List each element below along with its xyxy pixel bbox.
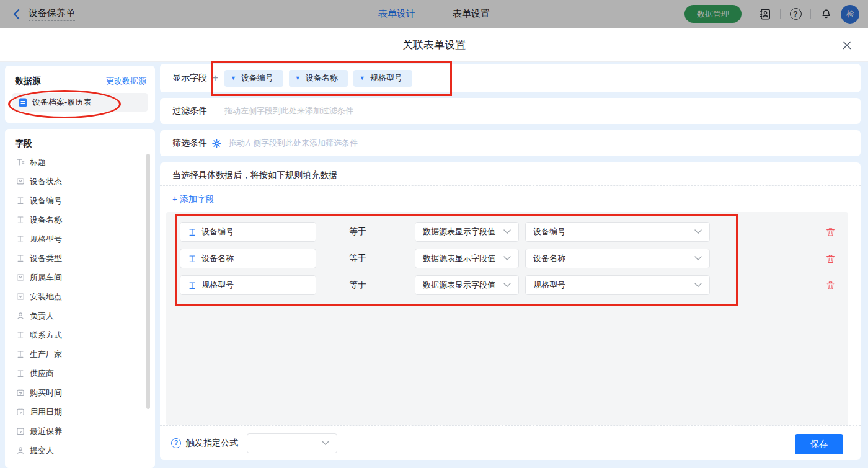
fields-header: 字段 (5, 129, 155, 149)
datasource-selected-label: 设备档案-履历表 (32, 97, 91, 108)
title-icon (16, 157, 25, 167)
chevron-down-icon (694, 256, 702, 261)
display-field-tag[interactable]: ▼规格型号 (353, 70, 412, 87)
filter-label: 过滤条件 (172, 105, 207, 117)
field-item-label: 设备类型 (30, 253, 62, 264)
data-manage-button[interactable]: 数据管理 (684, 5, 742, 23)
field-item[interactable]: 启用日期 (5, 402, 155, 422)
triangle-down-icon: ▼ (295, 76, 301, 81)
fields-scrollbar[interactable] (146, 154, 150, 409)
divider (780, 9, 781, 19)
rule-row: 设备名称等于数据源表显示字段值设备名称 (166, 249, 848, 268)
display-field-tag[interactable]: ▼设备编号 (224, 70, 283, 87)
trash-icon[interactable] (825, 280, 836, 291)
rule-source-select[interactable]: 数据源表显示字段值 (415, 249, 519, 268)
topbar-actions: 数据管理 ? 检 (684, 0, 859, 28)
text-icon (16, 330, 25, 340)
formula-select[interactable] (247, 433, 337, 453)
field-item[interactable]: 提交人 (5, 441, 155, 460)
field-item[interactable]: 负责人 (5, 306, 155, 325)
field-item[interactable]: 设备编号 (5, 191, 155, 210)
gear-icon[interactable] (212, 139, 221, 148)
divider (750, 9, 750, 19)
tab-form-design[interactable]: 表单设计 (378, 8, 415, 20)
field-item[interactable]: 供应商 (5, 364, 155, 383)
tab-form-settings[interactable]: 表单设置 (453, 8, 490, 20)
field-item[interactable]: 购买时间 (5, 383, 155, 402)
rule-source-select[interactable]: 数据源表显示字段值 (415, 275, 519, 295)
field-item[interactable]: 设备状态 (5, 172, 155, 191)
date-icon (16, 426, 25, 436)
field-item[interactable]: 标题 (5, 152, 155, 172)
rule-operator-label: 等于 (349, 253, 366, 264)
text-icon (188, 281, 197, 290)
screening-placeholder: 拖动左侧字段到此处来添加筛选条件 (229, 138, 358, 149)
field-item-label: 最近保养 (30, 426, 62, 437)
display-field-tag-label: 设备名称 (306, 73, 338, 84)
text-icon (16, 254, 25, 263)
avatar[interactable]: 检 (841, 5, 859, 24)
screening-card[interactable]: 筛选条件 拖动左侧字段到此处来添加筛选条件 (160, 130, 861, 156)
contacts-icon[interactable] (758, 7, 772, 21)
help-icon[interactable]: ? (789, 7, 802, 21)
field-item[interactable]: 设备名称 (5, 210, 155, 229)
rule-target-field[interactable]: 设备名称 (180, 249, 316, 268)
datasource-selected-row[interactable]: 设备档案-履历表 (12, 93, 148, 112)
bell-icon[interactable] (819, 7, 833, 21)
add-display-field-button[interactable]: + (212, 72, 218, 84)
rule-source-select[interactable]: 数据源表显示字段值 (415, 222, 519, 242)
rule-field-label: 设备名称 (202, 253, 234, 264)
chevron-down-icon (503, 229, 511, 234)
rule-target-field[interactable]: 设备编号 (180, 222, 316, 242)
field-item[interactable]: 联系方式 (5, 325, 155, 345)
field-item[interactable]: 设备类型 (5, 249, 155, 268)
screening-label: 筛选条件 (172, 138, 207, 149)
field-item[interactable]: 所属车间 (5, 268, 155, 287)
display-field-tag[interactable]: ▼设备名称 (289, 70, 348, 87)
text-icon (16, 215, 25, 224)
filter-card[interactable]: 过滤条件 拖动左侧字段到此处来添加过滤条件 (160, 98, 861, 124)
field-item[interactable]: 安装地点 (5, 287, 155, 306)
text-icon (16, 196, 25, 205)
trash-icon[interactable] (825, 253, 836, 264)
date-icon (16, 388, 25, 397)
plus-icon: + (172, 194, 180, 204)
datasource-title: 数据源 (15, 76, 41, 87)
add-field-button[interactable]: + 添加字段 (172, 194, 215, 205)
datasource-card: 数据源 更改数据源 设备档案-履历表 (5, 66, 155, 123)
close-icon[interactable] (841, 39, 853, 51)
formula-help-icon[interactable]: ? (171, 438, 181, 448)
rules-card: 当选择具体数据后，将按如下规则填充数据 + 添加字段 设备编号等于数据源表显示字… (160, 162, 861, 460)
rule-value-label: 设备编号 (533, 226, 565, 237)
field-item[interactable]: 生产厂家 (5, 345, 155, 364)
change-datasource-link[interactable]: 更改数据源 (106, 76, 146, 87)
field-item-label: 生产厂家 (30, 349, 62, 360)
rule-value-select[interactable]: 设备编号 (525, 222, 710, 242)
chevron-down-icon (694, 283, 702, 288)
rule-value-select[interactable]: 规格型号 (525, 275, 710, 295)
field-item[interactable]: 最近保养 (5, 422, 155, 441)
fields-card: 字段 标题设备状态设备编号设备名称规格型号设备类型所属车间安装地点负责人联系方式… (5, 129, 155, 468)
text-icon (16, 369, 25, 378)
rule-target-field[interactable]: 规格型号 (180, 275, 316, 295)
person-icon (16, 311, 25, 320)
divider (810, 9, 811, 19)
display-tags: ▼设备编号▼设备名称▼规格型号 (224, 70, 412, 87)
rule-value-select[interactable]: 设备名称 (525, 249, 710, 268)
modal-header: 关联表单设置 (0, 28, 868, 62)
field-item[interactable]: 规格型号 (5, 229, 155, 249)
rule-value-label: 设备名称 (533, 253, 565, 264)
text-icon (188, 254, 197, 263)
select-icon (16, 177, 25, 186)
field-item-label: 启用日期 (30, 407, 62, 418)
filter-placeholder: 拖动左侧字段到此处来添加过滤条件 (224, 105, 353, 117)
datasource-header: 数据源 更改数据源 (5, 66, 155, 87)
save-button[interactable]: 保存 (795, 434, 843, 454)
rule-source-value: 数据源表显示字段值 (423, 253, 495, 264)
topbar: 设备保养单 表单设计 表单设置 数据管理 ? (0, 0, 868, 28)
formula-label: 触发指定公式 (186, 438, 238, 449)
field-item-label: 设备编号 (30, 195, 62, 206)
display-field-tag-label: 设备编号 (241, 73, 273, 84)
field-item-label: 安装地点 (30, 291, 62, 302)
trash-icon[interactable] (825, 226, 836, 237)
